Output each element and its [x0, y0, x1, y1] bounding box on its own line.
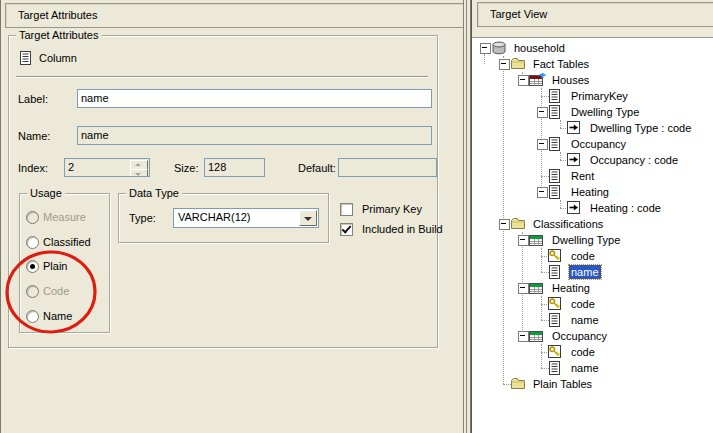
- panel-header: Target Attributes: [5, 3, 464, 28]
- tree-item-label: Plain Tables: [531, 377, 594, 391]
- collapse-minus-icon[interactable]: [518, 283, 529, 294]
- key-icon: [548, 345, 566, 360]
- collapse-minus-icon[interactable]: [537, 139, 548, 150]
- tree-item-label: PrimaryKey: [569, 89, 630, 103]
- tree-item-label: Rent: [569, 169, 596, 183]
- tree-item-dt-name-selected[interactable]: name: [472, 264, 712, 280]
- default-field-caption: Default:: [298, 162, 336, 174]
- target-view-header: Target View: [477, 2, 713, 27]
- tree-item-label: Occupancy: [569, 137, 628, 151]
- entity-type-label: Column: [39, 52, 77, 64]
- panel-header-title: Target Attributes: [18, 9, 98, 21]
- radio-code-label: Code: [43, 285, 69, 297]
- data-type-legend: Data Type: [126, 186, 182, 200]
- tree-item-plain-tables[interactable]: Plain Tables: [472, 376, 712, 392]
- tree-item-heating-code-col[interactable]: code: [472, 296, 712, 312]
- collapse-minus-icon[interactable]: [499, 219, 510, 230]
- collapse-minus-icon[interactable]: [518, 235, 529, 246]
- tree-item-occupancy-code-col[interactable]: code: [472, 344, 712, 360]
- tree-item-label: Classifications: [531, 217, 605, 231]
- tree-item-heating-name[interactable]: name: [472, 312, 712, 328]
- collapse-minus-icon[interactable]: [518, 331, 529, 342]
- tree-item-class-dwelling-type[interactable]: Dwelling Type: [472, 232, 712, 248]
- column-icon: [548, 137, 566, 152]
- radio-measure: [26, 211, 39, 224]
- tree-item-rent[interactable]: Rent: [472, 168, 712, 184]
- folder-icon: [510, 57, 528, 72]
- divider: [463, 0, 464, 433]
- radio-classified-label: Classified: [43, 236, 91, 248]
- size-input: 128: [204, 158, 265, 177]
- mapping-icon: [567, 153, 585, 168]
- groupbox-legend: Target Attributes: [16, 28, 102, 42]
- tree-item-houses[interactable]: Houses: [472, 72, 712, 88]
- name-input: name: [77, 126, 432, 145]
- name-input-value: name: [81, 129, 109, 141]
- label-input[interactable]: name: [77, 89, 432, 108]
- tree-item-label: Heating: [569, 185, 611, 199]
- column-icon: [548, 169, 566, 184]
- radio-code: [26, 285, 39, 298]
- primary-key-label: Primary Key: [362, 203, 422, 215]
- tree-item-label: code: [569, 249, 597, 263]
- application-window: Target Attributes Target Attributes Colu…: [0, 0, 713, 433]
- radio-plain[interactable]: [26, 260, 39, 273]
- fact-table-icon: [529, 73, 547, 88]
- classification-table-icon: [529, 281, 547, 296]
- size-value: 128: [208, 161, 226, 173]
- column-icon: [548, 265, 566, 280]
- tree-item-occupancy-code[interactable]: Occupancy : code: [472, 152, 712, 168]
- type-caption: Type:: [129, 212, 156, 224]
- usage-legend: Usage: [27, 186, 65, 200]
- classification-table-icon: [529, 233, 547, 248]
- tree-item-classifications[interactable]: Classifications: [472, 216, 712, 232]
- tree-item-heating[interactable]: Heating: [472, 184, 712, 200]
- tree-item-heating-code[interactable]: Heating : code: [472, 200, 712, 216]
- tree-item-label: code: [569, 297, 597, 311]
- column-icon: [548, 89, 566, 104]
- tree-item-primarykey[interactable]: PrimaryKey: [472, 88, 712, 104]
- radio-name[interactable]: [26, 310, 39, 323]
- collapse-minus-icon[interactable]: [518, 75, 529, 86]
- size-field-caption: Size:: [174, 162, 198, 174]
- data-type-dropdown[interactable]: VARCHAR(12): [173, 208, 319, 228]
- collapse-minus-icon[interactable]: [537, 187, 548, 198]
- index-spinner[interactable]: 2: [64, 158, 150, 177]
- tree-item-class-heating[interactable]: Heating: [472, 280, 712, 296]
- spin-down-icon[interactable]: [130, 169, 148, 177]
- column-icon: [548, 185, 566, 200]
- default-input: [338, 158, 437, 177]
- label-field-caption: Label:: [18, 93, 48, 105]
- included-in-build-checkbox[interactable]: [340, 223, 353, 236]
- tree-item-fact-tables[interactable]: Fact Tables: [472, 56, 712, 72]
- target-view-title: Target View: [490, 8, 547, 20]
- collapse-minus-icon[interactable]: [537, 107, 548, 118]
- tree-item-occupancy-name[interactable]: name: [472, 360, 712, 376]
- classification-table-icon: [529, 329, 547, 344]
- key-icon: [548, 297, 566, 312]
- tree-item-dt-code[interactable]: code: [472, 248, 712, 264]
- tree-item-household[interactable]: household: [472, 40, 712, 56]
- radio-name-label: Name: [43, 310, 72, 322]
- radio-plain-label: Plain: [43, 260, 67, 272]
- tree-item-class-occupancy[interactable]: Occupancy: [472, 328, 712, 344]
- tree-item-label: Occupancy: [550, 329, 609, 343]
- tree-item-label: Heating: [550, 281, 592, 295]
- data-type-value: VARCHAR(12): [178, 211, 251, 223]
- collapse-minus-icon[interactable]: [480, 43, 491, 54]
- tree-item-dwelling-type-code[interactable]: Dwelling Type : code: [472, 120, 712, 136]
- target-attributes-panel: Target Attributes Target Attributes Colu…: [0, 0, 463, 433]
- column-icon: [548, 105, 566, 120]
- collapse-minus-icon[interactable]: [499, 59, 510, 70]
- index-field-caption: Index:: [18, 162, 48, 174]
- index-value: 2: [68, 161, 74, 173]
- key-icon: [548, 249, 566, 264]
- mapping-icon: [567, 201, 585, 216]
- tree-item-label: code: [569, 345, 597, 359]
- tree-item-dwelling-type[interactable]: Dwelling Type: [472, 104, 712, 120]
- radio-classified[interactable]: [26, 236, 39, 249]
- chevron-down-icon[interactable]: [299, 210, 317, 226]
- primary-key-checkbox[interactable]: [340, 203, 353, 216]
- tree-item-occupancy[interactable]: Occupancy: [472, 136, 712, 152]
- mapping-icon: [567, 121, 585, 136]
